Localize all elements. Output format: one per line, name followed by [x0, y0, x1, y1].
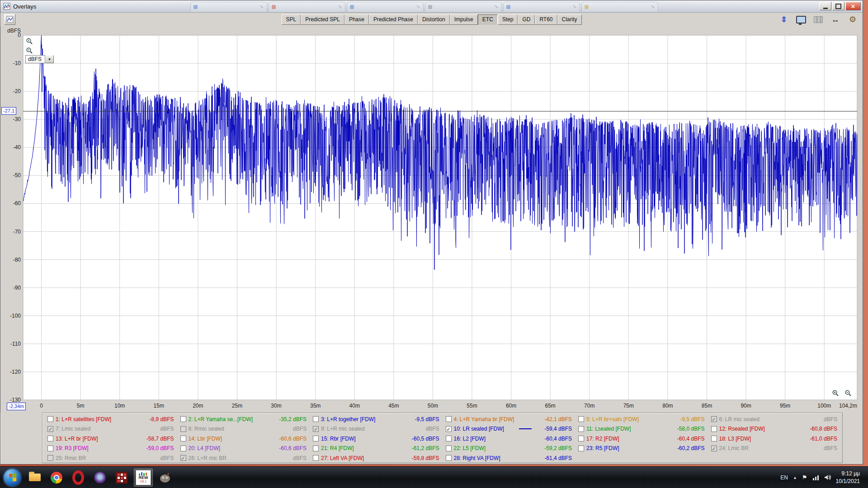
legend-checkbox[interactable]: [446, 436, 452, 441]
etc-chart[interactable]: 0-10-20-30-40-50-60-70-80-90-100-110-120…: [0, 26, 863, 413]
taskbar-clock[interactable]: 9:12 μμ 10/1/2021: [836, 470, 860, 484]
legend-entry[interactable]: 13: L+R br [FDW]-58,7 dBFS: [44, 434, 177, 444]
tab-predicted-phase[interactable]: Predicted Phase: [369, 14, 418, 25]
legend-entry[interactable]: 5: L+R br+sats [FDW]-9,5 dBFS: [575, 414, 708, 424]
toolbar-right: ⇕ ↔ ⚙: [778, 14, 859, 25]
settings-gear-button[interactable]: ⚙: [846, 14, 859, 25]
graph-settings-button[interactable]: [4, 14, 15, 25]
legend-entry[interactable]: 14: Lbr [FDW]-60,6 dBFS: [177, 434, 310, 444]
legend-entry[interactable]: 12: Rsealed [FDW]-60,8 dBFS: [708, 424, 841, 434]
legend-checkbox[interactable]: [446, 416, 452, 422]
legend-entry-label: 15: Rbr [FDW]: [321, 436, 402, 442]
legend-checkbox[interactable]: [180, 436, 186, 441]
legend-entry[interactable]: 28: Right VA [FDW]-61,4 dBFS: [443, 453, 576, 463]
titlebar[interactable]: Overlays ×: [0, 0, 863, 13]
legend-checkbox[interactable]: [578, 436, 584, 441]
legend-checkbox[interactable]: [180, 426, 186, 432]
legend-entry[interactable]: 20: L4 [FDW]-60,6 dBFS: [177, 444, 310, 454]
chevron-down-icon[interactable]: ▼: [45, 55, 54, 63]
legend-entry[interactable]: ✓7: Lmic sealeddBFS: [44, 424, 177, 434]
fit-vertical-button[interactable]: ⇕: [778, 14, 790, 25]
legend-checkbox[interactable]: ✓: [47, 426, 53, 432]
tab-step[interactable]: Step: [498, 14, 518, 25]
graph-appearance-button[interactable]: [812, 14, 825, 25]
tab-distortion[interactable]: Distortion: [418, 14, 450, 25]
tab-etc[interactable]: ETC: [478, 14, 498, 25]
legend-checkbox[interactable]: [313, 446, 319, 451]
taskbar-gimp-button[interactable]: [156, 469, 175, 487]
tray-expand-icon[interactable]: ▲: [793, 475, 797, 480]
legend-entry[interactable]: 21: R4 [FDW]-61,2 dBFS: [310, 444, 443, 454]
tab-spl[interactable]: SPL: [281, 14, 301, 25]
legend-checkbox[interactable]: [47, 446, 53, 451]
legend-checkbox[interactable]: [578, 446, 584, 451]
legend-entry[interactable]: ✓24: Lmic BRdBFS: [708, 444, 841, 454]
legend-checkbox[interactable]: [578, 416, 584, 422]
legend-checkbox[interactable]: [446, 455, 452, 461]
zoom-x-button[interactable]: [25, 47, 34, 55]
tab-impulse[interactable]: Impulse: [450, 14, 478, 25]
legend-checkbox[interactable]: [47, 416, 53, 422]
tab-gd[interactable]: GD: [518, 14, 535, 25]
legend-checkbox[interactable]: ✓: [711, 416, 717, 422]
legend-checkbox[interactable]: [47, 455, 53, 461]
legend-entry[interactable]: ✓26: L+R mic BRdBFS: [177, 453, 310, 463]
fit-horizontal-button[interactable]: ↔: [829, 14, 842, 25]
legend-checkbox[interactable]: [313, 436, 319, 441]
legend-checkbox[interactable]: ✓: [313, 426, 319, 432]
legend-checkbox[interactable]: [180, 446, 186, 451]
maximize-button[interactable]: [832, 2, 844, 10]
flag-icon[interactable]: ⚑: [802, 474, 807, 481]
legend-entry[interactable]: 25: Rmic BRdBFS: [44, 453, 177, 463]
legend-entry[interactable]: 22: L5 [FDW]-59,2 dBFS: [443, 444, 576, 454]
taskbar-browser-button[interactable]: [90, 469, 109, 487]
legend-checkbox[interactable]: ✓: [711, 446, 717, 451]
language-indicator[interactable]: EN: [780, 474, 788, 481]
taskbar-opera-button[interactable]: [69, 469, 88, 487]
taskbar-explorer-button[interactable]: [25, 469, 44, 487]
legend-entry[interactable]: ✓6: LR mic sealeddBFS: [708, 414, 841, 424]
taskbar-pixel-app-button[interactable]: [112, 469, 131, 487]
close-button[interactable]: ×: [845, 2, 861, 10]
zoom-in-button[interactable]: [831, 389, 840, 397]
start-button[interactable]: [4, 469, 21, 486]
tab-predicted-spl[interactable]: Predicted SPL: [301, 14, 344, 25]
legend-entry[interactable]: 4: L+R Yamaha br [FDW]-42,1 dBFS: [443, 414, 576, 424]
legend-checkbox[interactable]: [313, 455, 319, 461]
legend-entry[interactable]: ✓10: LR sealed [FDW]-59,4 dBFS: [443, 424, 576, 434]
legend-entry[interactable]: 19: R3 [FDW]-59,0 dBFS: [44, 444, 177, 454]
tab-rt60[interactable]: RT60: [535, 14, 557, 25]
legend-entry[interactable]: 18: L3 [FDW]-61,0 dBFS: [708, 434, 841, 444]
minimize-button[interactable]: [819, 2, 831, 10]
tab-clarity[interactable]: Clarity: [557, 14, 582, 25]
network-icon[interactable]: [812, 474, 819, 480]
legend-entry[interactable]: 17: R2 [FDW]-60,4 dBFS: [575, 434, 708, 444]
legend-entry[interactable]: 15: Rbr [FDW]-60,5 dBFS: [310, 434, 443, 444]
legend-entry[interactable]: 23: R5 [FDW]-60,2 dBFS: [575, 444, 708, 454]
legend-checkbox[interactable]: [47, 436, 53, 441]
legend-entry[interactable]: 1: L+R satellites [FDW]-8,9 dBFS: [44, 414, 177, 424]
legend-checkbox[interactable]: [711, 426, 717, 432]
taskbar-chrome-button[interactable]: [47, 469, 66, 487]
legend-checkbox[interactable]: [446, 446, 452, 451]
legend-entry[interactable]: 27: Left VA [FDW]-59,8 dBFS: [310, 453, 443, 463]
zoom-y-button[interactable]: [25, 37, 34, 45]
taskbar-rew-button[interactable]: REW V5.1: [134, 469, 153, 487]
tab-phase[interactable]: Phase: [344, 14, 369, 25]
legend-checkbox[interactable]: ✓: [446, 426, 452, 432]
legend-checkbox[interactable]: [313, 416, 319, 422]
legend-entry[interactable]: 16: L2 [FDW]-60,4 dBFS: [443, 434, 576, 444]
legend-entry[interactable]: 3: L+R together [FDW]-9,5 dBFS: [310, 414, 443, 424]
y-axis-unit-combo[interactable]: dBFS ▼: [25, 55, 54, 63]
legend-entry[interactable]: 8: Rmic sealeddBFS: [177, 424, 310, 434]
legend-checkbox[interactable]: ✓: [180, 455, 186, 461]
legend-entry[interactable]: 2: L+R Yamaha se...[FDW]-35,2 dBFS: [177, 414, 310, 424]
legend-entry[interactable]: 11: Lsealed [FDW]-58,0 dBFS: [575, 424, 708, 434]
volume-icon[interactable]: [824, 474, 831, 480]
legend-entry[interactable]: ✓9: L+R mic sealeddBFS: [310, 424, 443, 434]
legend-checkbox[interactable]: [711, 436, 717, 441]
legend-checkbox[interactable]: [578, 426, 584, 432]
zoom-out-button[interactable]: [844, 389, 853, 397]
capture-graph-button[interactable]: [795, 14, 807, 25]
legend-checkbox[interactable]: [180, 416, 186, 422]
